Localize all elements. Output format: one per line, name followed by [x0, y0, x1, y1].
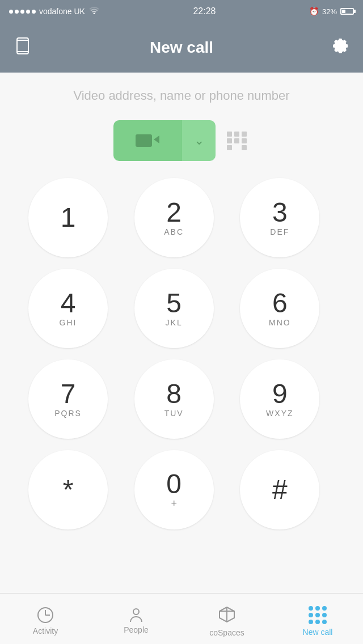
settings-icon[interactable]	[331, 37, 349, 59]
dial-button-3[interactable]: 3 DEF	[240, 178, 319, 257]
battery-icon	[340, 8, 354, 15]
dial-button-7[interactable]: 7 PQRS	[28, 359, 108, 439]
main-content: Video address, name or phone number ⌄	[0, 73, 363, 593]
dial-button-hash[interactable]: #	[240, 450, 319, 529]
battery-percent: 32%	[322, 7, 337, 16]
tab-bar: Activity People coSpaces	[0, 593, 363, 644]
nav-bar: New call	[0, 23, 363, 73]
status-bar: vodafone UK 22:28 ⏰ 32%	[0, 0, 363, 23]
signal-dots	[9, 10, 36, 14]
dialpad: 1 2 ABC 3 DEF 4 GHI 5 JKL 6 MNO 7 PQRS 8	[0, 172, 363, 535]
tab-cospaces[interactable]: coSpaces	[182, 601, 272, 637]
new-call-icon	[309, 606, 327, 624]
dial-button-8[interactable]: 8 TUV	[134, 359, 214, 439]
chevron-down-icon: ⌄	[194, 133, 204, 148]
video-btn-main[interactable]	[113, 120, 182, 161]
address-input-area[interactable]: Video address, name or phone number	[0, 73, 363, 115]
tab-new-call-label: New call	[303, 628, 333, 637]
address-placeholder: Video address, name or phone number	[73, 88, 289, 103]
dial-button-5[interactable]: 5 JKL	[134, 269, 214, 348]
tab-cospaces-label: coSpaces	[209, 628, 244, 637]
dial-button-6[interactable]: 6 MNO	[240, 269, 319, 348]
dial-button-4[interactable]: 4 GHI	[28, 269, 108, 348]
tab-people[interactable]: People	[91, 604, 182, 634]
time-display: 22:28	[193, 6, 216, 16]
call-buttons-row: ⌄	[113, 120, 250, 161]
tab-people-label: People	[124, 625, 149, 634]
carrier-text: vodafone UK	[39, 7, 85, 16]
wifi-icon	[88, 6, 100, 16]
dialpad-toggle[interactable]	[225, 129, 250, 152]
tab-activity[interactable]: Activity	[0, 603, 91, 635]
dial-button-2[interactable]: 2 ABC	[134, 178, 214, 257]
dial-button-1[interactable]: 1	[28, 178, 108, 257]
cospaces-icon	[218, 605, 235, 625]
dial-button-0[interactable]: 0 +	[134, 450, 214, 529]
tab-activity-label: Activity	[33, 626, 58, 635]
status-left: vodafone UK	[9, 6, 100, 16]
video-btn-dropdown[interactable]: ⌄	[182, 120, 216, 161]
video-call-button[interactable]: ⌄	[113, 120, 216, 161]
tab-new-call[interactable]: New call	[272, 601, 363, 637]
status-right: ⏰ 32%	[309, 7, 354, 16]
dial-button-9[interactable]: 9 WXYZ	[240, 359, 319, 439]
page-title: New call	[150, 39, 213, 57]
dial-button-star[interactable]: *	[28, 450, 108, 529]
people-icon	[130, 608, 142, 622]
phone-icon[interactable]	[14, 37, 32, 59]
activity-icon	[37, 607, 53, 623]
alarm-icon: ⏰	[309, 7, 319, 16]
